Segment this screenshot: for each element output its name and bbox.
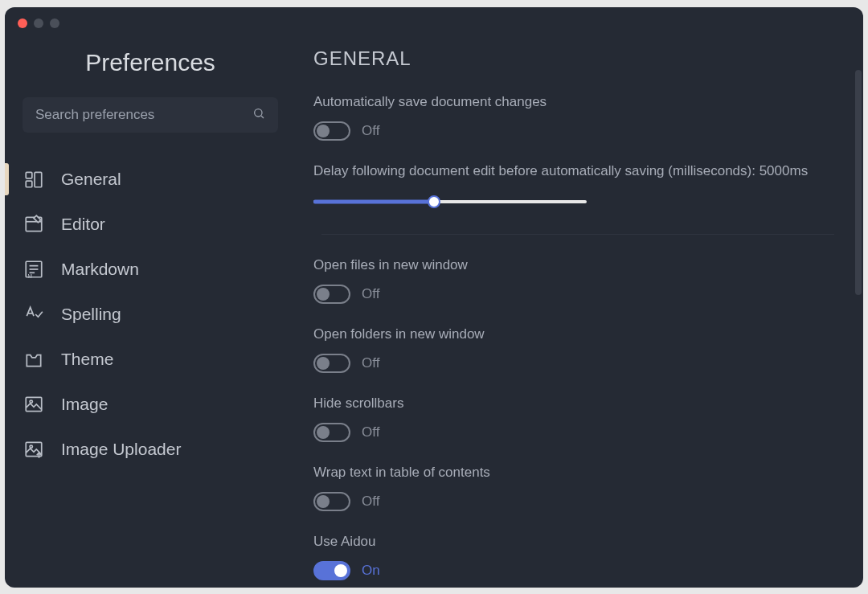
search-input[interactable] [35,107,252,123]
svg-point-15 [30,445,32,448]
setting-label: Open folders in new window [313,326,834,342]
setting-open-files: Open files in new window Off [313,257,834,304]
toggle-state-label: On [362,563,380,579]
sidebar-item-label: Editor [61,215,105,234]
toggle-open-folders[interactable] [313,354,350,373]
setting-label: Hide scrollbars [313,395,834,412]
main-area: Preferences General E [5,39,863,588]
titlebar [5,7,863,39]
setting-hide-scrollbars: Hide scrollbars Off [313,395,834,442]
maximize-window-button[interactable] [50,18,59,28]
spelling-icon [23,303,45,326]
sidebar-item-label: Image Uploader [61,440,181,459]
toggle-use-aidou[interactable] [313,561,350,580]
setting-use-aidou: Use Aidou On [313,534,834,580]
search-box[interactable] [23,97,278,133]
delay-slider[interactable] [313,194,587,210]
sidebar-item-image-uploader[interactable]: Image Uploader [5,427,296,472]
toggle-state-label: Off [362,494,379,510]
content-title: GENERAL [313,47,834,70]
svg-point-13 [30,400,32,403]
search-icon [252,107,265,123]
setting-open-folders: Open folders in new window Off [313,326,834,373]
sidebar: Preferences General E [5,39,296,588]
svg-rect-4 [35,172,42,186]
editor-icon [23,213,45,236]
toggle-wrap-toc[interactable] [313,492,350,511]
markdown-icon: M [23,258,45,281]
setting-wrap-toc: Wrap text in table of contents Off [313,465,834,511]
setting-auto-save: Automatically save document changes Off [313,94,834,141]
setting-delay: Delay following document edit before aut… [313,163,834,210]
minimize-window-button[interactable] [34,18,43,28]
svg-line-1 [261,116,264,118]
sidebar-item-general[interactable]: General [5,157,296,202]
svg-rect-12 [26,397,42,411]
sidebar-item-label: Image [61,395,108,414]
image-upload-icon [23,438,45,461]
svg-rect-2 [26,172,32,178]
scrollbar[interactable] [855,70,862,295]
preferences-window: Preferences General E [5,7,863,588]
sidebar-title: Preferences [5,49,296,76]
nav-list: General Editor M Markdown [5,157,296,472]
svg-point-0 [255,109,262,116]
setting-label: Wrap text in table of contents [313,465,834,481]
setting-label: Automatically save document changes [313,94,834,110]
sidebar-item-label: Theme [61,350,113,369]
sidebar-item-editor[interactable]: Editor [5,202,296,247]
content: GENERAL Automatically save document chan… [296,39,863,588]
sidebar-item-markdown[interactable]: M Markdown [5,247,296,292]
image-icon [23,393,45,416]
sidebar-item-label: Spelling [61,305,121,324]
toggle-state-label: Off [362,355,379,371]
svg-text:M: M [27,272,31,278]
toggle-state-label: Off [362,286,379,302]
setting-label: Open files in new window [313,257,834,273]
toggle-hide-scrollbars[interactable] [313,423,350,442]
sidebar-item-theme[interactable]: Theme [5,337,296,382]
sidebar-item-label: Markdown [61,260,139,279]
toggle-auto-save[interactable] [313,121,350,141]
sidebar-item-label: General [61,170,121,189]
setting-label: Delay following document edit before aut… [313,163,834,179]
slider-thumb[interactable] [428,195,440,208]
svg-rect-3 [26,181,32,187]
layout-icon [23,168,45,190]
close-window-button[interactable] [18,18,27,28]
divider [321,234,834,235]
theme-icon [23,348,45,371]
toggle-state-label: Off [362,123,379,139]
sidebar-item-image[interactable]: Image [5,382,296,427]
toggle-open-files[interactable] [313,285,350,304]
setting-label: Use Aidou [313,534,834,550]
toggle-state-label: Off [362,424,379,440]
sidebar-item-spelling[interactable]: Spelling [5,292,296,337]
